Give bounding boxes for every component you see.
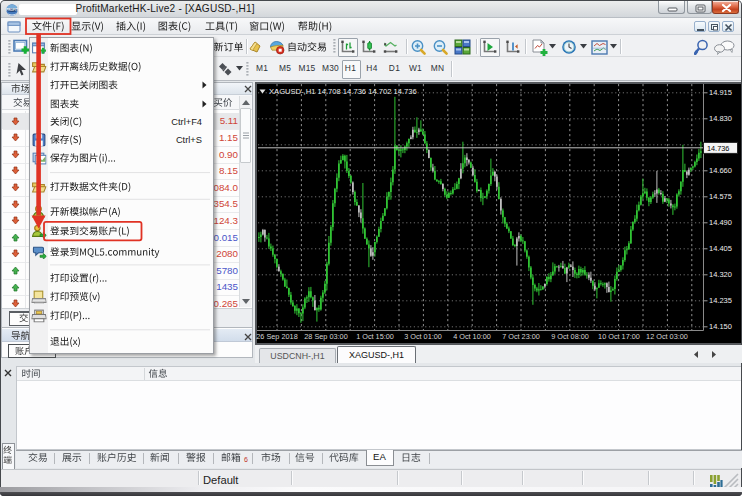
svg-text:Ctrl+S: Ctrl+S bbox=[176, 135, 202, 145]
svg-text:Ctrl+F4: Ctrl+F4 bbox=[171, 117, 202, 127]
